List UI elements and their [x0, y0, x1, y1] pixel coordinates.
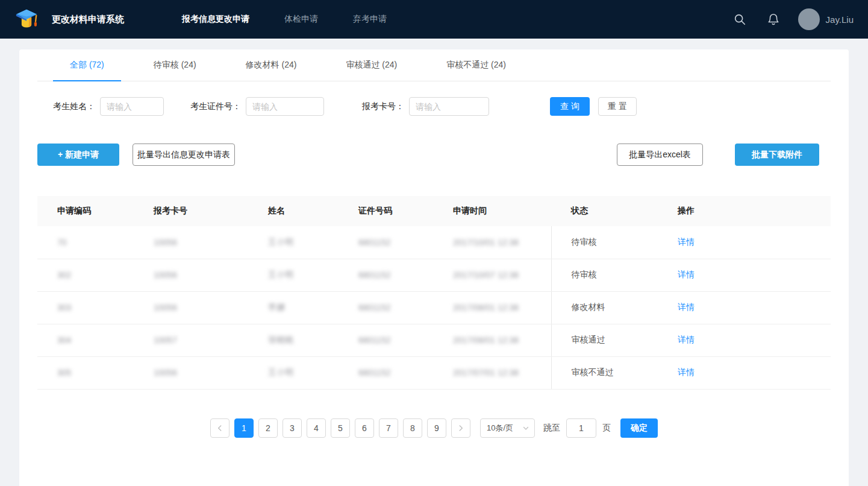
search-icon[interactable]	[733, 13, 746, 26]
applications-table: 申请编码 报考卡号 姓名 证件号码 申请时间 状态 操作 70 10056 王小…	[37, 196, 831, 390]
chevron-down-icon	[522, 424, 529, 432]
page-button-7[interactable]: 7	[379, 418, 398, 438]
cell-id-no: 6801152	[339, 226, 433, 259]
cell-name: 王小明	[248, 226, 339, 259]
cell-status: 审核不通过	[551, 356, 658, 389]
content-card: 全部 (72) 待审核 (24) 修改材料 (24) 审核通过 (24) 审核不…	[19, 49, 849, 486]
candidate-name-label: 考生姓名：	[53, 101, 95, 112]
batch-download-attachments-button[interactable]: 批量下载附件	[735, 144, 819, 166]
tab-all[interactable]: 全部 (72)	[53, 49, 121, 81]
top-navbar: 更改材料申请系统 报考信息更改申请 体检申请 弃考申请 Jay.Liu	[0, 0, 868, 39]
detail-link[interactable]: 详情	[678, 237, 695, 247]
cell-card: 10056	[134, 291, 248, 324]
detail-link[interactable]: 详情	[678, 367, 695, 377]
graduation-cap-logo	[14, 8, 39, 31]
page-size-select[interactable]: 10条/页	[480, 418, 535, 438]
action-toolbar: + 新建申请 批量导出信息更改申请表 批量导出excel表 批量下载附件	[37, 144, 831, 166]
page-button-2[interactable]: 2	[258, 418, 278, 438]
next-page-button[interactable]	[451, 418, 470, 438]
cell-id-no: 6801152	[339, 324, 433, 356]
exam-card-input[interactable]	[409, 97, 489, 116]
user-name: Jay.Liu	[826, 14, 854, 25]
page-unit-label: 页	[602, 423, 611, 434]
table-row: 302 10056 王小明 6801152 2017/10/07 12:38 待…	[37, 259, 831, 291]
cell-time: 2017/10/07 12:38	[433, 259, 551, 291]
page-button-6[interactable]: 6	[355, 418, 374, 438]
cell-name: 王小明	[248, 356, 339, 389]
header-operation: 操作	[658, 196, 831, 226]
notification-bell-icon[interactable]	[767, 13, 780, 26]
header-apply-time: 申请时间	[433, 196, 551, 226]
cell-code: 70	[37, 226, 134, 259]
reset-button[interactable]: 重 置	[598, 97, 637, 116]
jump-page-input[interactable]	[566, 418, 596, 438]
cell-status: 修改材料	[551, 291, 658, 324]
cell-code: 302	[37, 259, 134, 291]
header-application-code: 申请编码	[37, 196, 134, 226]
search-button[interactable]: 查 询	[550, 97, 590, 116]
exam-card-label: 报考卡号：	[362, 101, 404, 112]
cell-time: 2017/10/01 12:38	[433, 226, 551, 259]
pagination: 1 2 3 4 5 6 7 8 9 10条/页 跳至 页 确定	[37, 418, 831, 438]
page-button-4[interactable]: 4	[307, 418, 326, 438]
candidate-name-input[interactable]	[100, 97, 164, 116]
cell-card: 10056	[134, 259, 248, 291]
table-row: 305 10056 王小明 6801152 2017/07/01 12:38 审…	[37, 356, 831, 389]
cell-card: 10056	[134, 226, 248, 259]
cell-time: 2017/08/01 12:38	[433, 291, 551, 324]
navbar-right: Jay.Liu	[713, 8, 854, 30]
page-button-1[interactable]: 1	[234, 418, 254, 438]
tab-rejected[interactable]: 审核不通过 (24)	[429, 49, 523, 81]
page-button-8[interactable]: 8	[403, 418, 422, 438]
cell-name: 王小明	[248, 259, 339, 291]
batch-export-forms-button[interactable]: 批量导出信息更改申请表	[133, 144, 235, 166]
user-avatar[interactable]	[798, 8, 820, 30]
cell-name: 张晓晓	[248, 324, 339, 356]
header-name: 姓名	[248, 196, 339, 226]
confirm-jump-button[interactable]: 确定	[620, 418, 658, 438]
tab-approved[interactable]: 审核通过 (24)	[329, 49, 414, 81]
page-size-value: 10条/页	[487, 423, 513, 434]
page-button-9[interactable]: 9	[427, 418, 446, 438]
tab-pending-review[interactable]: 待审核 (24)	[137, 49, 213, 81]
cell-code: 304	[37, 324, 134, 356]
cell-status: 审核通过	[551, 324, 658, 356]
table-row: 303 10056 李娜 6801152 2017/08/01 12:38 修改…	[37, 291, 831, 324]
cell-card: 10056	[134, 356, 248, 389]
cell-id-no: 6801152	[339, 356, 433, 389]
cell-status: 待审核	[551, 259, 658, 291]
header-status: 状态	[551, 196, 658, 226]
status-tabs: 全部 (72) 待审核 (24) 修改材料 (24) 审核通过 (24) 审核不…	[37, 49, 831, 81]
page-button-3[interactable]: 3	[283, 418, 302, 438]
cell-id-no: 6801152	[339, 259, 433, 291]
table-row: 304 10057 张晓晓 6801152 2017/08/01 12:38 审…	[37, 324, 831, 356]
nav-item-report-info-change[interactable]: 报考信息更改申请	[182, 14, 249, 25]
detail-link[interactable]: 详情	[678, 270, 695, 279]
filter-form: 考生姓名： 考生证件号： 报考卡号： 查 询 重 置	[37, 81, 831, 116]
cell-time: 2017/07/01 12:38	[433, 356, 551, 389]
candidate-id-input[interactable]	[246, 97, 324, 116]
nav-item-abandon-exam[interactable]: 弃考申请	[353, 14, 387, 25]
app-title: 更改材料申请系统	[52, 14, 124, 25]
tab-modify-material[interactable]: 修改材料 (24)	[229, 49, 314, 81]
header-id-number: 证件号码	[339, 196, 433, 226]
new-application-button[interactable]: + 新建申请	[37, 144, 119, 166]
header-exam-card-no: 报考卡号	[134, 196, 248, 226]
cell-id-no: 6801152	[339, 291, 433, 324]
table-row: 70 10056 王小明 6801152 2017/10/01 12:38 待审…	[37, 226, 831, 259]
cell-status: 待审核	[551, 226, 658, 259]
detail-link[interactable]: 详情	[678, 302, 695, 312]
cell-card: 10057	[134, 324, 248, 356]
batch-export-excel-button[interactable]: 批量导出excel表	[617, 144, 703, 166]
candidate-id-label: 考生证件号：	[190, 101, 241, 112]
cell-time: 2017/08/01 12:38	[433, 324, 551, 356]
nav-item-physical-exam[interactable]: 体检申请	[284, 14, 318, 25]
prev-page-button[interactable]	[210, 418, 229, 438]
cell-name: 李娜	[248, 291, 339, 324]
page-button-5[interactable]: 5	[331, 418, 350, 438]
jump-to-label: 跳至	[543, 423, 560, 434]
detail-link[interactable]: 详情	[678, 335, 695, 344]
table-header-row: 申请编码 报考卡号 姓名 证件号码 申请时间 状态 操作	[37, 196, 831, 226]
cell-code: 305	[37, 356, 134, 389]
cell-code: 303	[37, 291, 134, 324]
